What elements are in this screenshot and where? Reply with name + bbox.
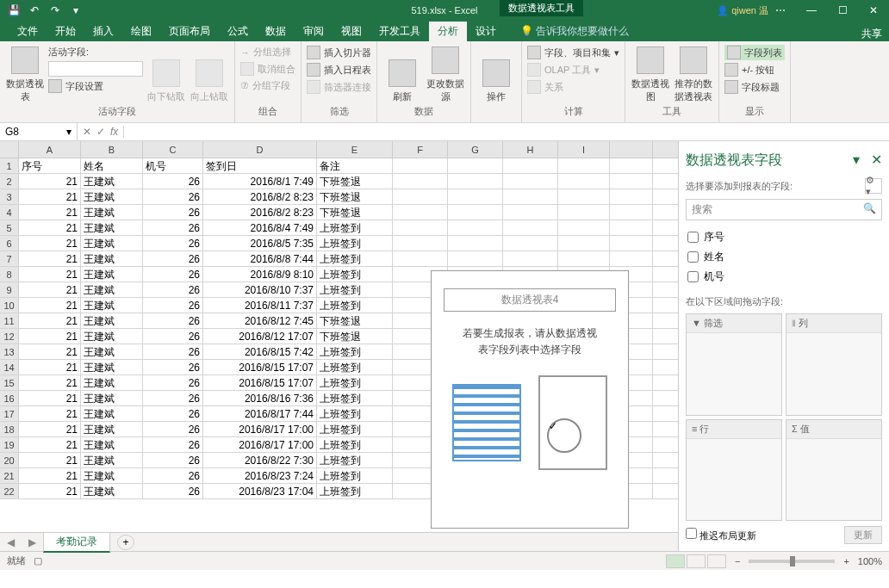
qat-more-icon[interactable]: ▾ — [67, 2, 84, 19]
row-header[interactable]: 11 — [0, 313, 19, 328]
page-break-view-button[interactable] — [707, 554, 726, 568]
row-header[interactable]: 5 — [0, 220, 19, 235]
row-header[interactable]: 1 — [0, 158, 19, 173]
tab-页面布局[interactable]: 页面布局 — [160, 22, 219, 41]
add-sheet-button[interactable]: + — [117, 535, 134, 550]
field-item[interactable]: 序号 — [686, 227, 882, 247]
actions-button[interactable]: 操作 — [476, 45, 516, 103]
rows-area[interactable]: ≡ 行 — [686, 419, 782, 522]
sheet-tab[interactable]: 考勤记录 — [43, 532, 110, 553]
field-item[interactable]: 姓名 — [686, 247, 882, 267]
change-datasource-button[interactable]: 更改数据源 — [426, 45, 465, 103]
tab-文件[interactable]: 文件 — [9, 22, 47, 41]
row-header[interactable]: 8 — [0, 267, 19, 282]
enter-formula-icon[interactable]: ✓ — [96, 126, 105, 138]
col-header[interactable]: I — [558, 141, 610, 158]
cell[interactable]: 姓名 — [81, 158, 143, 173]
table-row[interactable]: 621王建斌262016/8/5 7:35上班签到 — [0, 236, 678, 251]
sheet-nav-prev[interactable]: ◀ — [0, 536, 22, 548]
row-header[interactable]: 9 — [0, 282, 19, 297]
col-header[interactable]: F — [393, 141, 448, 158]
chevron-down-icon[interactable]: ▾ — [66, 126, 71, 138]
row-header[interactable]: 20 — [0, 453, 19, 467]
normal-view-button[interactable] — [666, 554, 685, 568]
insert-slicer-button[interactable]: 插入切片器 — [307, 45, 371, 60]
cell[interactable]: 序号 — [19, 158, 81, 173]
field-checkbox[interactable] — [687, 271, 699, 282]
row-header[interactable]: 3 — [0, 189, 19, 204]
pivotchart-button[interactable]: 数据透视图 — [631, 45, 670, 103]
zoom-in-button[interactable]: + — [843, 556, 849, 566]
macro-record-icon[interactable]: ▢ — [34, 555, 42, 566]
tab-数据[interactable]: 数据 — [257, 22, 295, 41]
tab-开始[interactable]: 开始 — [47, 22, 84, 41]
defer-update-checkbox[interactable]: 推迟布局更新 — [686, 528, 756, 542]
tell-me-input[interactable]: 💡 告诉我你想要做什么 — [512, 22, 637, 41]
tab-公式[interactable]: 公式 — [219, 22, 257, 41]
save-icon[interactable]: 💾 — [5, 2, 22, 19]
tab-开发工具[interactable]: 开发工具 — [370, 22, 429, 41]
active-field-input[interactable] — [48, 61, 143, 77]
gear-icon[interactable]: ⚙ ▾ — [865, 178, 882, 194]
page-layout-view-button[interactable] — [687, 554, 706, 568]
tab-分析[interactable]: 分析 — [429, 22, 467, 41]
user-name[interactable]: 👤 qiwen 温 — [717, 4, 768, 17]
table-row[interactable]: 421王建斌262016/8/2 8:23下班签退 — [0, 205, 678, 220]
select-all-button[interactable] — [0, 141, 19, 158]
zoom-out-button[interactable]: − — [735, 556, 740, 566]
pivot-placeholder[interactable]: 数据透视表4 若要生成报表，请从数据透视表字段列表中选择字段 ✓ — [431, 270, 629, 529]
row-header[interactable]: 18 — [0, 422, 19, 436]
table-row[interactable]: 721王建斌262016/8/8 7:44上班签到 — [0, 251, 678, 267]
row-header[interactable]: 12 — [0, 329, 19, 344]
values-area[interactable]: Σ 值 — [786, 419, 882, 522]
field-item[interactable]: 机号 — [686, 267, 882, 287]
row-header[interactable]: 6 — [0, 236, 19, 251]
fx-icon[interactable]: fx — [110, 126, 118, 138]
col-header[interactable]: G — [448, 141, 503, 158]
field-settings-button[interactable]: 字段设置 — [48, 78, 143, 94]
field-checkbox[interactable] — [687, 251, 699, 263]
field-checkbox[interactable] — [687, 232, 699, 243]
undo-icon[interactable]: ↶ — [26, 2, 43, 19]
name-box[interactable]: G8▾ — [0, 123, 78, 141]
col-header[interactable]: C — [143, 141, 203, 158]
sheet-nav-next[interactable]: ▶ — [22, 536, 43, 548]
columns-area[interactable]: ⫴ 列 — [786, 313, 882, 416]
table-row[interactable]: 221王建斌262016/8/1 7:49下班签退 — [0, 174, 678, 189]
tab-审阅[interactable]: 审阅 — [295, 22, 333, 41]
row-header[interactable]: 14 — [0, 360, 19, 374]
row-header[interactable]: 7 — [0, 251, 19, 266]
col-header[interactable]: D — [203, 141, 317, 158]
row-header[interactable]: 19 — [0, 437, 19, 452]
row-header[interactable]: 22 — [0, 484, 19, 498]
row-header[interactable]: 4 — [0, 205, 19, 220]
field-headers-toggle[interactable]: 字段标题 — [724, 79, 785, 95]
cell[interactable]: 备注 — [317, 158, 393, 173]
col-header[interactable]: E — [317, 141, 393, 158]
table-row[interactable]: 321王建斌262016/8/2 8:23下班签退 — [0, 189, 678, 205]
zoom-slider[interactable] — [749, 560, 835, 563]
recommended-pivot-button[interactable]: 推荐的数据透视表 — [674, 45, 713, 103]
share-button[interactable]: 共享 — [861, 27, 882, 41]
row-header[interactable]: 2 — [0, 174, 19, 189]
cell[interactable]: 签到日 — [203, 158, 317, 173]
row-header[interactable]: 21 — [0, 468, 19, 483]
row-header[interactable]: 16 — [0, 391, 19, 405]
table-row[interactable]: 521王建斌262016/8/4 7:49上班签到 — [0, 220, 678, 236]
tab-视图[interactable]: 视图 — [333, 22, 370, 41]
col-header[interactable]: H — [503, 141, 558, 158]
field-list-toggle[interactable]: 字段列表 — [724, 45, 785, 60]
col-header[interactable] — [610, 141, 653, 158]
row-header[interactable]: 10 — [0, 298, 19, 313]
pivottable-button[interactable]: 数据透视表 — [5, 45, 45, 103]
redo-icon[interactable]: ↷ — [47, 2, 64, 19]
cell[interactable]: 机号 — [143, 158, 203, 173]
cancel-formula-icon[interactable]: ✕ — [83, 126, 91, 138]
ribbon-options-icon[interactable]: ⋯ — [765, 0, 796, 21]
tab-设计[interactable]: 设计 — [467, 22, 505, 41]
row-header[interactable]: 17 — [0, 406, 19, 421]
col-header[interactable]: B — [81, 141, 143, 158]
row-header[interactable]: 15 — [0, 375, 19, 390]
filter-area[interactable]: ▼ 筛选 — [686, 313, 782, 416]
maximize-icon[interactable]: ☐ — [827, 0, 858, 21]
